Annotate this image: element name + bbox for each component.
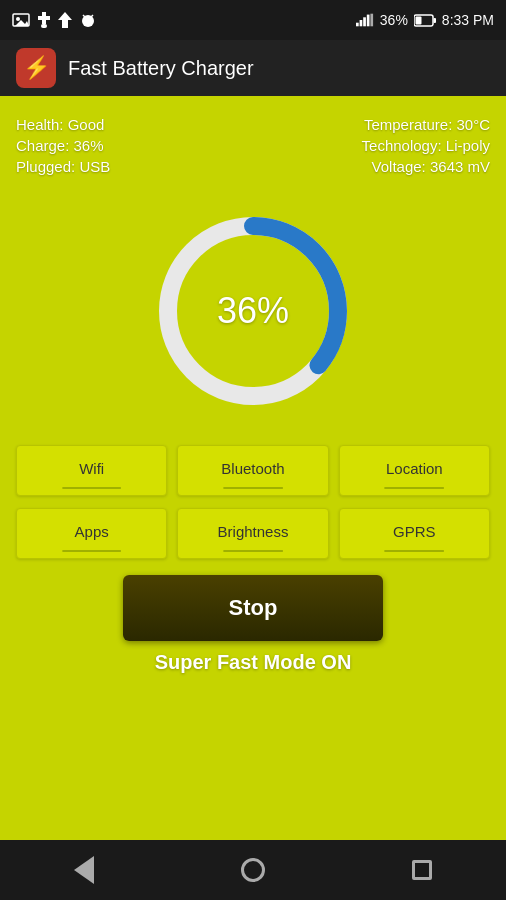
battery-percent-circle: 36% [217,290,289,332]
info-section: Health: Good Charge: 36% Plugged: USB Te… [16,116,490,175]
location-button[interactable]: Location [339,445,490,496]
status-right: 36% 8:33 PM [356,12,494,28]
svg-marker-2 [15,20,29,26]
stop-button[interactable]: Stop [123,575,383,641]
back-icon [74,856,94,884]
recent-icon [412,860,432,880]
android-icon [80,12,96,28]
wifi-button[interactable]: Wifi [16,445,167,496]
svg-rect-13 [363,17,366,26]
info-left: Health: Good Charge: 36% Plugged: USB [16,116,110,175]
brightness-button[interactable]: Brightness [177,508,328,559]
nav-bar [0,840,506,900]
buttons-row-1: Wifi Bluetooth Location [16,445,490,496]
svg-point-1 [16,17,20,21]
recent-button[interactable] [397,845,447,895]
buttons-row-2: Apps Brightness GPRS [16,508,490,559]
voltage-text: Voltage: 3643 mV [362,158,490,175]
app-icon: ⚡ [16,48,56,88]
time: 8:33 PM [442,12,494,28]
photo-icon [12,13,30,27]
plugged-text: Plugged: USB [16,158,110,175]
svg-rect-4 [38,16,50,20]
apps-button[interactable]: Apps [16,508,167,559]
mode-text: Super Fast Mode ON [155,651,352,674]
app-icon-emoji: ⚡ [23,55,50,81]
svg-rect-5 [41,24,47,28]
back-button[interactable] [59,845,109,895]
app-title: Fast Battery Charger [68,57,254,80]
svg-rect-14 [367,15,370,27]
main-content: Health: Good Charge: 36% Plugged: USB Te… [0,96,506,840]
charge-text: Charge: 36% [16,137,110,154]
battery-circle-container: 36% [143,201,363,421]
svg-rect-17 [433,18,436,23]
status-bar: 36% 8:33 PM [0,0,506,40]
svg-rect-15 [370,14,373,27]
usb2-icon [58,12,72,28]
buttons-grid: Wifi Bluetooth Location Apps Brightness … [16,445,490,559]
battery-icon [414,14,436,27]
svg-rect-18 [415,16,421,24]
svg-rect-11 [356,23,359,27]
signal-icon [356,13,374,27]
gprs-button[interactable]: GPRS [339,508,490,559]
home-button[interactable] [228,845,278,895]
svg-line-9 [83,15,85,17]
title-bar: ⚡ Fast Battery Charger [0,40,506,96]
status-icons [12,12,96,28]
usb-icon [38,12,50,28]
bluetooth-button[interactable]: Bluetooth [177,445,328,496]
svg-line-10 [91,15,93,17]
home-icon [241,858,265,882]
technology-text: Technology: Li-poly [362,137,490,154]
info-right: Temperature: 30°C Technology: Li-poly Vo… [362,116,490,175]
temperature-text: Temperature: 30°C [362,116,490,133]
svg-rect-12 [359,20,362,26]
health-text: Health: Good [16,116,110,133]
battery-percent: 36% [380,12,408,28]
